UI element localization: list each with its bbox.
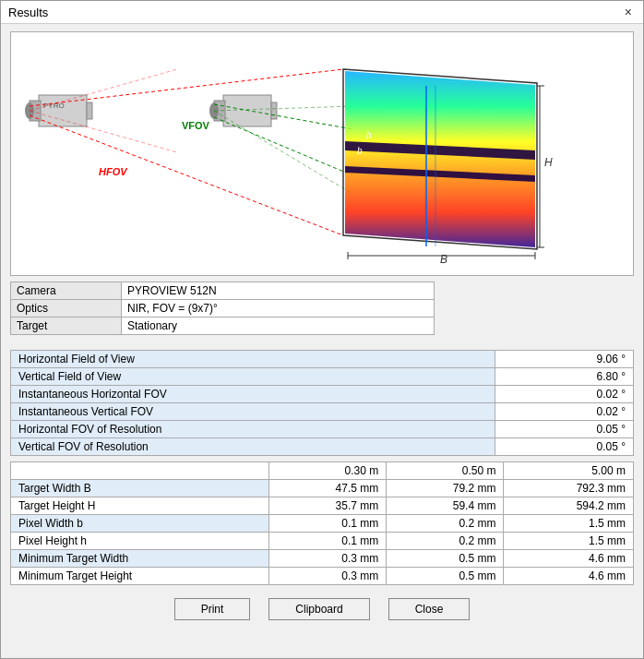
distance-row-value: 4.6 mm <box>504 550 634 568</box>
info-value: PYROVIEW 512N <box>122 282 435 300</box>
metric-row: Vertical Field of View6.80 ° <box>11 368 634 386</box>
info-row: OpticsNIR, FOV = (9x7)° <box>11 300 435 318</box>
metric-row: Horizontal FOV of Resolution0.05 ° <box>11 421 634 438</box>
distance-header-cell: 5.00 m <box>504 462 634 480</box>
buttons-row: Print Clipboard Close <box>10 591 634 624</box>
svg-text:b: b <box>357 146 363 156</box>
distance-row-value: 35.7 mm <box>269 497 387 515</box>
distance-row: Target Height H35.7 mm59.4 mm594.2 mm <box>11 497 634 515</box>
diagram-svg: PYRO HFOV <box>11 32 634 275</box>
title-bar: Results × <box>1 1 643 24</box>
distance-row-value: 0.5 mm <box>387 568 504 585</box>
diagram-box: PYRO HFOV <box>10 31 634 276</box>
info-table: CameraPYROVIEW 512NOpticsNIR, FOV = (9x7… <box>10 282 435 335</box>
metric-label: Instantaneous Vertical FOV <box>11 403 495 421</box>
info-value: Stationary <box>122 318 435 335</box>
distance-row: Minimum Target Width0.3 mm0.5 mm4.6 mm <box>11 550 634 568</box>
metric-value: 0.05 ° <box>495 421 634 438</box>
distance-row-value: 0.1 mm <box>269 515 387 533</box>
svg-text:PYRO: PYRO <box>43 102 65 110</box>
distance-row: Target Width B47.5 mm79.2 mm792.3 mm <box>11 480 634 497</box>
metric-label: Vertical Field of View <box>11 368 495 386</box>
distance-row-value: 79.2 mm <box>387 480 504 497</box>
info-value: NIR, FOV = (9x7)° <box>122 300 435 318</box>
metric-label: Vertical FOV of Resolution <box>11 438 495 456</box>
metric-row: Horizontal Field of View9.06 ° <box>11 351 634 368</box>
distance-row-value: 0.2 mm <box>387 515 504 533</box>
distance-row-label: Minimum Target Width <box>11 550 269 568</box>
svg-text:B: B <box>440 253 447 266</box>
info-label: Target <box>11 318 122 335</box>
metric-value: 6.80 ° <box>495 368 634 386</box>
distance-row-value: 1.5 mm <box>504 533 634 550</box>
window-title: Results <box>8 6 48 19</box>
distance-row-value: 594.2 mm <box>504 497 634 515</box>
distance-row-value: 0.2 mm <box>387 533 504 550</box>
metric-value: 0.02 ° <box>495 386 634 403</box>
distance-header-cell: 0.50 m <box>387 462 504 480</box>
svg-text:H: H <box>544 156 553 169</box>
info-label: Optics <box>11 300 122 318</box>
distance-row: Pixel Height h0.1 mm0.2 mm1.5 mm <box>11 533 634 550</box>
metric-label: Instantaneous Horizontal FOV <box>11 386 495 403</box>
distance-row-value: 4.6 mm <box>504 568 634 585</box>
diagram-inner: PYRO HFOV <box>11 32 633 275</box>
distance-row-label: Target Height H <box>11 497 269 515</box>
info-row: TargetStationary <box>11 318 435 335</box>
distance-row-label: Pixel Height h <box>11 533 269 550</box>
info-label: Camera <box>11 282 122 300</box>
metric-label: Horizontal Field of View <box>11 351 495 368</box>
metric-value: 0.05 ° <box>495 438 634 456</box>
metrics-table: Horizontal Field of View9.06 °Vertical F… <box>10 350 634 456</box>
svg-rect-6 <box>223 95 271 126</box>
close-button[interactable]: Close <box>388 598 471 620</box>
svg-text:HFOV: HFOV <box>99 166 128 177</box>
distance-header-row: 0.30 m0.50 m5.00 m <box>11 462 634 480</box>
metric-value: 9.06 ° <box>495 351 634 368</box>
distance-row-label: Pixel Width b <box>11 515 269 533</box>
svg-rect-1 <box>39 95 87 126</box>
distance-row-value: 0.1 mm <box>269 533 387 550</box>
results-window: Results × PYRO <box>0 0 644 659</box>
metric-row: Vertical FOV of Resolution0.05 ° <box>11 438 634 456</box>
svg-text:h: h <box>366 130 372 140</box>
metric-label: Horizontal FOV of Resolution <box>11 421 495 438</box>
main-content: PYRO HFOV <box>1 24 643 658</box>
distance-row-value: 0.3 mm <box>269 550 387 568</box>
info-row: CameraPYROVIEW 512N <box>11 282 435 300</box>
svg-rect-8 <box>271 102 277 119</box>
distance-row: Pixel Width b0.1 mm0.2 mm1.5 mm <box>11 515 634 533</box>
svg-rect-3 <box>87 102 92 119</box>
distance-row-value: 0.5 mm <box>387 550 504 568</box>
distance-row-value: 1.5 mm <box>504 515 634 533</box>
metric-row: Instantaneous Vertical FOV0.02 ° <box>11 403 634 421</box>
distance-row: Minimum Target Height0.3 mm0.5 mm4.6 mm <box>11 568 634 585</box>
distance-row-value: 47.5 mm <box>269 480 387 497</box>
metric-row: Instantaneous Horizontal FOV0.02 ° <box>11 386 634 403</box>
metric-value: 0.02 ° <box>495 403 634 421</box>
window-close-button[interactable]: × <box>621 5 636 19</box>
distance-header-cell <box>11 462 269 480</box>
distance-table: 0.30 m0.50 m5.00 m Target Width B47.5 mm… <box>10 461 634 585</box>
distance-header-cell: 0.30 m <box>269 462 387 480</box>
clipboard-button[interactable]: Clipboard <box>268 598 369 620</box>
distance-row-label: Minimum Target Height <box>11 568 269 585</box>
svg-marker-21 <box>345 71 535 247</box>
svg-rect-0 <box>11 32 634 275</box>
print-button[interactable]: Print <box>174 598 251 620</box>
distance-row-value: 0.3 mm <box>269 568 387 585</box>
svg-text:VFOV: VFOV <box>182 120 210 131</box>
distance-row-label: Target Width B <box>11 480 269 497</box>
distance-row-value: 792.3 mm <box>504 480 634 497</box>
distance-row-value: 59.4 mm <box>387 497 504 515</box>
